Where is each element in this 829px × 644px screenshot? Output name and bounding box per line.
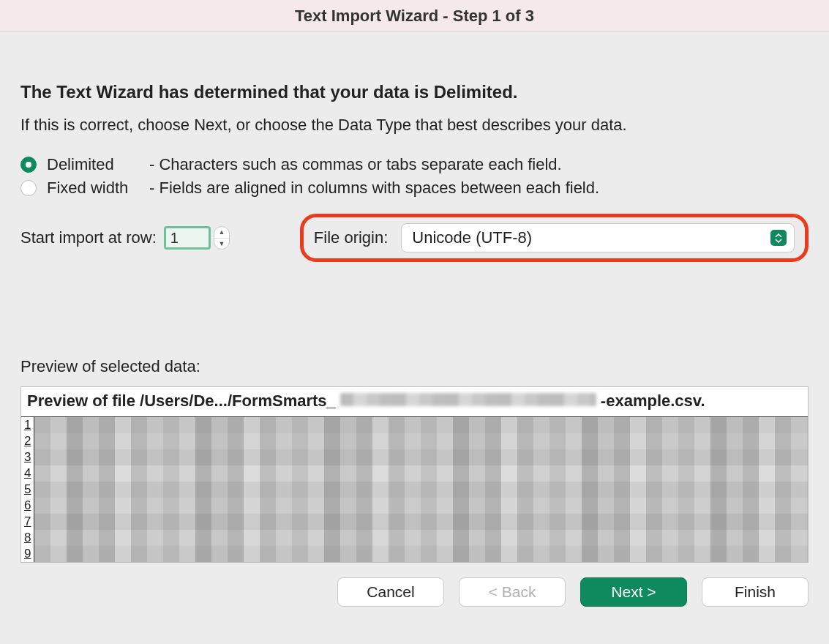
row-num: 8 <box>21 530 34 546</box>
file-origin-label: File origin: <box>314 228 388 247</box>
select-caret-icon <box>770 230 787 246</box>
row-num: 9 <box>21 546 34 562</box>
fixed-width-label: Fixed width <box>47 179 149 198</box>
start-row-input[interactable] <box>164 226 211 250</box>
redacted-filename <box>340 393 596 406</box>
fixed-width-radio[interactable] <box>20 180 37 196</box>
delimited-label: Delimited <box>47 155 149 174</box>
preview-box: Preview of file /Users/De.../FormSmarts_… <box>20 386 809 563</box>
stepper-down-icon[interactable]: ▼ <box>214 239 229 250</box>
delimited-radio[interactable] <box>20 157 37 173</box>
row-num: 4 <box>21 465 34 482</box>
row-num: 7 <box>21 514 34 530</box>
row-num: 3 <box>21 449 34 465</box>
delimited-desc: - Characters such as commas or tabs sepa… <box>149 155 562 174</box>
sub-heading: If this is correct, choose Next, or choo… <box>20 116 809 135</box>
start-row-label: Start import at row: <box>20 228 157 247</box>
preview-file-suffix: -example.csv. <box>601 392 705 411</box>
cancel-button[interactable]: Cancel <box>337 577 444 607</box>
row-num: 2 <box>21 433 34 449</box>
file-origin-select[interactable]: Unicode (UTF-8) <box>401 223 795 252</box>
dialog-footer: Cancel < Back Next > Finish <box>0 563 829 607</box>
preview-row-numbers: 1 2 3 4 5 6 7 8 9 <box>21 417 34 562</box>
row-num: 6 <box>21 498 34 514</box>
row-num: 1 <box>21 417 34 433</box>
back-button: < Back <box>459 577 566 607</box>
next-button[interactable]: Next > <box>580 577 687 607</box>
row-num: 5 <box>21 482 34 498</box>
finish-button[interactable]: Finish <box>702 577 809 607</box>
preview-file-prefix: Preview of file /Users/De.../FormSmarts_ <box>27 392 336 411</box>
preview-file-title: Preview of file /Users/De.../FormSmarts_… <box>21 387 808 416</box>
stepper-up-icon[interactable]: ▲ <box>214 227 229 239</box>
file-origin-highlight: File origin: Unicode (UTF-8) <box>300 214 809 262</box>
preview-data-area[interactable] <box>34 417 808 562</box>
start-row-stepper[interactable]: ▲ ▼ <box>214 226 230 250</box>
fixed-width-desc: - Fields are aligned in columns with spa… <box>149 179 599 198</box>
preview-label: Preview of selected data: <box>20 357 809 376</box>
file-origin-value: Unicode (UTF-8) <box>412 228 532 247</box>
dialog-title: Text Import Wizard - Step 1 of 3 <box>0 0 829 32</box>
main-heading: The Text Wizard has determined that your… <box>20 82 809 102</box>
